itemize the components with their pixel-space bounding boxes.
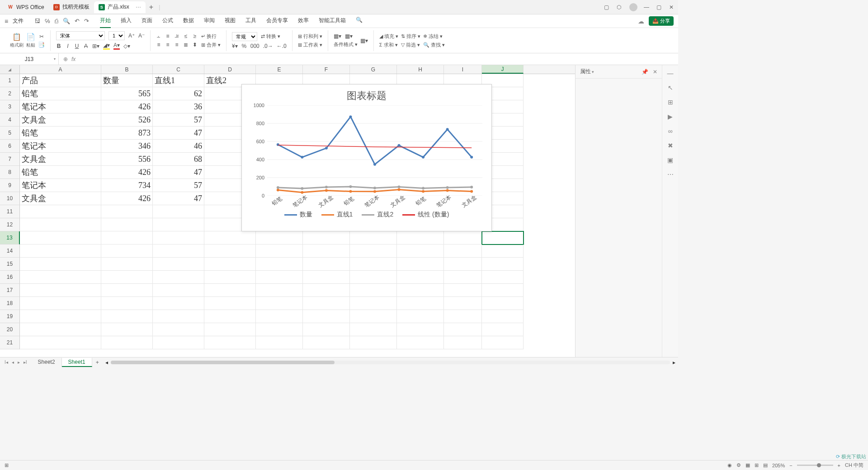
align-top-icon[interactable]: ⫠ [156, 33, 161, 39]
font-name-select[interactable]: 宋体 [56, 31, 105, 40]
cell[interactable] [101, 336, 153, 349]
redo-icon[interactable]: ↷ [84, 18, 89, 24]
increase-font-icon[interactable]: A⁺ [128, 33, 135, 39]
link-icon[interactable]: ℅ [45, 18, 50, 24]
cell[interactable]: 426 [101, 166, 153, 179]
row-header[interactable]: 21 [0, 336, 20, 349]
cell[interactable] [397, 336, 444, 349]
cell[interactable] [256, 310, 303, 323]
align-middle-icon[interactable]: ≡ [165, 33, 170, 39]
col-header-E[interactable]: E [256, 65, 303, 74]
currency-icon[interactable]: ¥▾ [232, 43, 238, 49]
cell[interactable] [350, 297, 397, 310]
strip-style-icon[interactable]: ⊞ [668, 99, 673, 106]
cell[interactable] [482, 258, 524, 271]
fx-zoom-icon[interactable]: ⊕ [63, 56, 68, 62]
cell[interactable] [482, 244, 524, 258]
cell[interactable] [101, 323, 153, 336]
cell[interactable] [397, 271, 444, 284]
cell[interactable]: 铅笔 [20, 166, 101, 179]
cell[interactable] [256, 297, 303, 310]
cell[interactable] [20, 231, 101, 244]
italic-icon[interactable]: I [65, 43, 71, 49]
cell[interactable] [256, 336, 303, 349]
save-icon[interactable]: 🖫 [34, 18, 40, 24]
cell[interactable]: 734 [101, 179, 153, 192]
cell[interactable] [303, 284, 350, 297]
cell[interactable] [350, 284, 397, 297]
align-right-icon[interactable]: ≡ [174, 42, 179, 48]
merge-button[interactable]: ⊞合并▾ [201, 42, 221, 48]
cell[interactable] [303, 258, 350, 271]
cell[interactable] [204, 336, 256, 349]
row-header[interactable]: 15 [0, 258, 20, 271]
clear-format-icon[interactable]: ◇▾ [123, 43, 130, 49]
tab-template[interactable]: D 找稻壳模板 [49, 1, 94, 13]
fill-color-icon[interactable]: ◢▾ [103, 42, 110, 50]
tab-start[interactable]: 开始 [100, 14, 111, 28]
file-menu[interactable]: 文件 [13, 17, 24, 25]
row-header[interactable]: 10 [0, 192, 20, 205]
preview-icon[interactable]: 🔍 [63, 18, 70, 24]
cell[interactable] [20, 271, 101, 284]
cell[interactable]: 47 [153, 192, 204, 205]
cell[interactable] [20, 323, 101, 336]
cell[interactable] [397, 244, 444, 258]
cut-icon[interactable]: ✂ [38, 33, 45, 40]
cell[interactable]: 笔记本 [20, 140, 101, 153]
percent-icon[interactable]: % [241, 43, 247, 49]
sheet-add-button[interactable]: + [92, 359, 103, 366]
convert-button[interactable]: ⇄转换▾ [261, 33, 280, 40]
tab-data[interactable]: 数据 [183, 14, 194, 28]
align-bottom-icon[interactable]: ⫡ [174, 33, 179, 39]
cell[interactable]: 文具盒 [20, 153, 101, 166]
wrap-button[interactable]: ↵换行 [201, 33, 217, 40]
cell[interactable] [303, 297, 350, 310]
cell[interactable] [101, 271, 153, 284]
fx-icon[interactable]: fx [71, 56, 75, 62]
cell[interactable] [153, 297, 204, 310]
cell[interactable] [204, 310, 256, 323]
cell[interactable] [350, 231, 397, 244]
sum-button[interactable]: Σ求和▾ [379, 42, 398, 48]
format-painter-button[interactable]: 📋格式刷 [10, 33, 24, 48]
cell[interactable] [397, 258, 444, 271]
cell[interactable] [444, 244, 482, 258]
cell[interactable]: 文具盒 [20, 113, 101, 127]
cell[interactable]: 数量 [101, 74, 153, 87]
cell[interactable]: 47 [153, 127, 204, 140]
cell[interactable] [20, 218, 101, 231]
cell[interactable] [20, 205, 101, 218]
cell[interactable] [256, 258, 303, 271]
cell[interactable] [397, 310, 444, 323]
cell[interactable] [397, 231, 444, 244]
cell[interactable] [444, 231, 482, 244]
print-icon[interactable]: ⎙ [55, 18, 58, 24]
fill-button[interactable]: ◢填充▾ [379, 33, 398, 40]
horizontal-scrollbar[interactable]: ◂▸ [103, 359, 678, 366]
cell[interactable] [482, 323, 524, 336]
cell[interactable]: 873 [101, 127, 153, 140]
cell[interactable] [350, 271, 397, 284]
cell[interactable] [397, 284, 444, 297]
cell[interactable] [350, 310, 397, 323]
cell[interactable] [256, 271, 303, 284]
cell[interactable] [204, 258, 256, 271]
cell[interactable] [153, 271, 204, 284]
tab-tools[interactable]: 工具 [245, 14, 256, 28]
col-header-G[interactable]: G [350, 65, 397, 74]
col-header-F[interactable]: F [303, 65, 350, 74]
minimize-icon[interactable]: — [644, 4, 650, 10]
tab-menu-icon[interactable]: ⋯ [136, 4, 141, 10]
undo-icon[interactable]: ↶ [75, 18, 80, 24]
cell[interactable] [350, 323, 397, 336]
cell[interactable] [256, 323, 303, 336]
cell[interactable] [101, 205, 153, 218]
pin-icon[interactable]: 📌 [642, 69, 648, 75]
name-box[interactable]: J13 [0, 53, 59, 65]
cell[interactable] [303, 271, 350, 284]
search-icon[interactable]: 🔍 [356, 14, 363, 28]
row-col-button[interactable]: ⊞行和列▾ [298, 33, 322, 40]
chart[interactable]: 图表标题 02004006008001000 铅笔笔记本文具盒铅笔笔记本文具盒铅… [241, 84, 492, 231]
app-icon-1[interactable]: ▢ [604, 4, 610, 10]
